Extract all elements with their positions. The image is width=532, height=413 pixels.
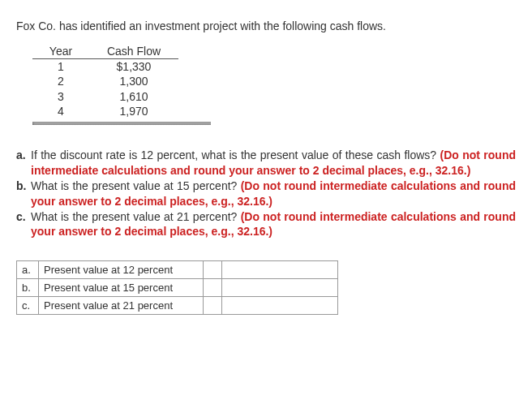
- answer-prefix-cell[interactable]: [204, 279, 222, 297]
- cell-year: 3: [32, 89, 89, 104]
- answer-label: c.: [17, 297, 39, 315]
- question-b: b. What is the present value at 15 perce…: [16, 179, 516, 209]
- table-row: 4 1,970: [32, 104, 178, 118]
- cell-cf: 1,300: [89, 74, 178, 88]
- question-text: What is the present value at 15 percent?: [31, 179, 241, 192]
- cell-year: 2: [32, 74, 89, 88]
- question-c: c. What is the present value at 21 perce…: [16, 209, 516, 240]
- answer-input-cell[interactable]: [222, 261, 338, 279]
- question-text: If the discount rate is 12 percent, what…: [31, 148, 440, 161]
- answer-row: a. Present value at 12 percent: [17, 261, 338, 279]
- answer-input-cell[interactable]: [222, 297, 338, 315]
- question-text: What is the present value at 21 percent?: [31, 210, 241, 223]
- cell-cf: 1,610: [89, 89, 178, 104]
- answer-table: a. Present value at 12 percent b. Presen…: [16, 260, 338, 315]
- cash-flow-table: Year Cash Flow 1 $1,330 2 1,300 3 1,610 …: [32, 44, 178, 118]
- cell-cf: 1,970: [89, 104, 178, 118]
- header-year: Year: [32, 44, 89, 59]
- question-label: c.: [16, 209, 31, 225]
- question-label: a.: [16, 148, 31, 163]
- answer-desc: Present value at 12 percent: [39, 261, 204, 279]
- question-a: a. If the discount rate is 12 percent, w…: [16, 148, 516, 179]
- table-divider: [32, 122, 211, 125]
- intro-text: Fox Co. has identified an investment pro…: [16, 19, 516, 32]
- table-row: 2 1,300: [32, 74, 178, 88]
- answer-desc: Present value at 21 percent: [39, 297, 204, 315]
- answer-prefix-cell[interactable]: [204, 261, 222, 279]
- question-label: b.: [16, 179, 31, 194]
- answer-input-cell[interactable]: [222, 279, 338, 297]
- table-row: 1 $1,330: [32, 59, 178, 75]
- cell-year: 1: [32, 59, 89, 75]
- answer-desc: Present value at 15 percent: [39, 279, 204, 297]
- answer-row: c. Present value at 21 percent: [17, 297, 338, 315]
- cell-cf: $1,330: [89, 59, 178, 75]
- table-row: 3 1,610: [32, 89, 178, 104]
- answer-label: b.: [17, 279, 39, 297]
- header-cashflow: Cash Flow: [89, 44, 178, 59]
- question-block: a. If the discount rate is 12 percent, w…: [16, 148, 516, 239]
- cell-year: 4: [32, 104, 89, 118]
- answer-row: b. Present value at 15 percent: [17, 279, 338, 297]
- answer-label: a.: [17, 261, 39, 279]
- answer-prefix-cell[interactable]: [204, 297, 222, 315]
